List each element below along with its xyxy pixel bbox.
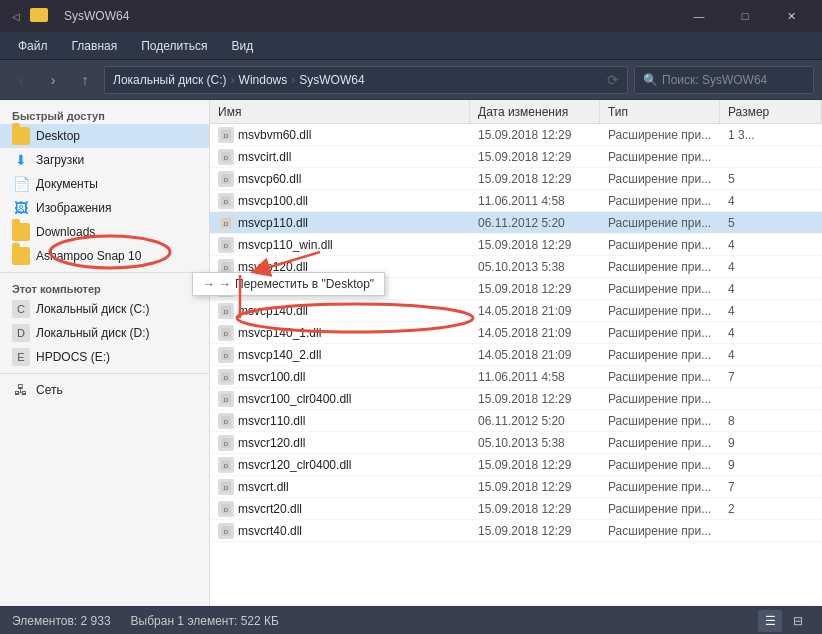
address-bar[interactable]: Локальный диск (C:) › Windows › SysWOW64… bbox=[104, 66, 628, 94]
table-row[interactable]: D msvcrt20.dll 15.09.2018 12:29 Расширен… bbox=[210, 498, 822, 520]
table-row[interactable]: D msvcr120_clr0400.dll 15.09.2018 12:29 … bbox=[210, 454, 822, 476]
file-type: Расширение при... bbox=[600, 128, 720, 142]
titlebar-title: SysWOW64 bbox=[64, 9, 676, 23]
file-name: D msvcp60.dll bbox=[210, 171, 470, 187]
table-row[interactable]: D msvcirt.dll 15.09.2018 12:29 Расширени… bbox=[210, 146, 822, 168]
titlebar-icons: ◁ bbox=[8, 8, 54, 24]
dll-icon: D bbox=[218, 171, 234, 187]
sidebar-item-images[interactable]: 🖼 Изображения bbox=[0, 196, 209, 220]
table-row[interactable]: D msvcrt40.dll 15.09.2018 12:29 Расширен… bbox=[210, 520, 822, 542]
breadcrumb-c: Локальный диск (C:) bbox=[113, 73, 227, 87]
quick-access-header[interactable]: Быстрый доступ bbox=[0, 104, 209, 124]
file-name: D msvcr120.dll bbox=[210, 435, 470, 451]
ashampoo-folder-icon bbox=[12, 247, 30, 265]
dll-icon: D bbox=[218, 325, 234, 341]
main-content: Быстрый доступ Desktop ⬇ Загрузки 📄 Доку… bbox=[0, 100, 822, 606]
forward-button[interactable]: › bbox=[40, 67, 66, 93]
details-view-button[interactable]: ☰ bbox=[758, 610, 782, 632]
file-date: 06.11.2012 5:20 bbox=[470, 414, 600, 428]
dll-icon: D bbox=[218, 435, 234, 451]
svg-text:D: D bbox=[224, 155, 229, 161]
file-name: D msvcp100.dll bbox=[210, 193, 470, 209]
svg-text:D: D bbox=[224, 485, 229, 491]
menu-file[interactable]: Файл bbox=[8, 35, 58, 57]
sidebar-item-e-drive[interactable]: E HPDOCS (E:) bbox=[0, 345, 209, 369]
table-row[interactable]: D msvcp140.dll 14.05.2018 21:09 Расширен… bbox=[210, 300, 822, 322]
svg-text:D: D bbox=[224, 177, 229, 183]
sidebar-item-downloads2[interactable]: Downloads bbox=[0, 220, 209, 244]
table-row[interactable]: D msvcr100_clr0400.dll 15.09.2018 12:29 … bbox=[210, 388, 822, 410]
file-type: Расширение при... bbox=[600, 304, 720, 318]
table-row[interactable]: D msvcp140_1.dll 14.05.2018 21:09 Расшир… bbox=[210, 322, 822, 344]
file-type: Расширение при... bbox=[600, 524, 720, 538]
up-button[interactable]: ↑ bbox=[72, 67, 98, 93]
col-type-header[interactable]: Тип bbox=[600, 100, 720, 123]
sidebar-item-documents-label: Документы bbox=[36, 177, 197, 191]
file-name: D msvcp140_1.dll bbox=[210, 325, 470, 341]
sidebar-item-downloads2-label: Downloads bbox=[36, 225, 197, 239]
table-row[interactable]: D msvcp100.dll 11.06.2011 4:58 Расширени… bbox=[210, 190, 822, 212]
search-bar[interactable]: 🔍 Поиск: SysWOW64 bbox=[634, 66, 814, 94]
file-type: Расширение при... bbox=[600, 348, 720, 362]
file-list: D msvbvm60.dll 15.09.2018 12:29 Расширен… bbox=[210, 124, 822, 606]
this-pc-header[interactable]: Этот компьютер bbox=[0, 277, 209, 297]
refresh-icon[interactable]: ⟳ bbox=[607, 72, 619, 88]
file-size: 4 bbox=[720, 260, 822, 274]
col-date-header[interactable]: Дата изменения bbox=[470, 100, 600, 123]
dll-icon: D bbox=[218, 215, 234, 231]
table-row[interactable]: D msvbvm60.dll 15.09.2018 12:29 Расширен… bbox=[210, 124, 822, 146]
table-row[interactable]: D msvcrt.dll 15.09.2018 12:29 Расширение… bbox=[210, 476, 822, 498]
table-row[interactable]: D msvcp60.dll 15.09.2018 12:29 Расширени… bbox=[210, 168, 822, 190]
table-row[interactable]: D msvcp140_2.dll 14.05.2018 21:09 Расшир… bbox=[210, 344, 822, 366]
dll-icon: D bbox=[218, 479, 234, 495]
sidebar-item-downloads[interactable]: ⬇ Загрузки bbox=[0, 148, 209, 172]
move-arrow-icon: → bbox=[219, 277, 231, 291]
table-row[interactable]: D msvcp110.dll 06.11.2012 5:20 Расширени… bbox=[210, 212, 822, 234]
sidebar-item-d-drive[interactable]: D Локальный диск (D:) bbox=[0, 321, 209, 345]
sidebar-item-documents[interactable]: 📄 Документы bbox=[0, 172, 209, 196]
back-button[interactable]: ‹ bbox=[8, 67, 34, 93]
file-type: Расширение при... bbox=[600, 392, 720, 406]
col-name-header[interactable]: Имя bbox=[210, 100, 470, 123]
sidebar-item-desktop[interactable]: Desktop bbox=[0, 124, 209, 148]
list-view-button[interactable]: ⊟ bbox=[786, 610, 810, 632]
close-button[interactable]: ✕ bbox=[768, 0, 814, 32]
file-name: D msvcp110_win.dll bbox=[210, 237, 470, 253]
svg-text:D: D bbox=[224, 309, 229, 315]
file-type: Расширение при... bbox=[600, 436, 720, 450]
maximize-button[interactable]: □ bbox=[722, 0, 768, 32]
sidebar-item-ashampoo[interactable]: Ashampoo Snap 10 bbox=[0, 244, 209, 268]
search-placeholder: Поиск: SysWOW64 bbox=[662, 73, 767, 87]
file-date: 15.09.2018 12:29 bbox=[470, 238, 600, 252]
table-row[interactable]: D msvcp110_win.dll 15.09.2018 12:29 Расш… bbox=[210, 234, 822, 256]
sidebar: Быстрый доступ Desktop ⬇ Загрузки 📄 Доку… bbox=[0, 100, 210, 606]
file-size: 4 bbox=[720, 304, 822, 318]
col-size-header[interactable]: Размер bbox=[720, 100, 822, 123]
selected-info: Выбран 1 элемент: 522 КБ bbox=[131, 614, 279, 628]
menu-view[interactable]: Вид bbox=[221, 35, 263, 57]
dll-icon: D bbox=[218, 369, 234, 385]
move-tooltip: → Переместить в "Desktop" bbox=[192, 272, 385, 296]
file-size: 5 bbox=[720, 172, 822, 186]
file-type: Расширение при... bbox=[600, 194, 720, 208]
table-row[interactable]: D msvcr120.dll 05.10.2013 5:38 Расширени… bbox=[210, 432, 822, 454]
file-name: D msvcr100_clr0400.dll bbox=[210, 391, 470, 407]
menu-home[interactable]: Главная bbox=[62, 35, 128, 57]
file-name: D msvcrt20.dll bbox=[210, 501, 470, 517]
dll-icon: D bbox=[218, 523, 234, 539]
file-date: 15.09.2018 12:29 bbox=[470, 282, 600, 296]
file-type: Расширение при... bbox=[600, 216, 720, 230]
menu-share[interactable]: Поделиться bbox=[131, 35, 217, 57]
minimize-button[interactable]: — bbox=[676, 0, 722, 32]
table-row[interactable]: D msvcr110.dll 06.11.2012 5:20 Расширени… bbox=[210, 410, 822, 432]
file-type: Расширение при... bbox=[600, 370, 720, 384]
sidebar-item-desktop-label: Desktop bbox=[36, 129, 197, 143]
dll-icon: D bbox=[218, 347, 234, 363]
file-type: Расширение при... bbox=[600, 502, 720, 516]
svg-text:D: D bbox=[224, 133, 229, 139]
table-row[interactable]: D msvcr100.dll 11.06.2011 4:58 Расширени… bbox=[210, 366, 822, 388]
sidebar-item-ashampoo-label: Ashampoo Snap 10 bbox=[36, 249, 197, 263]
sidebar-item-c-drive[interactable]: C Локальный диск (C:) bbox=[0, 297, 209, 321]
desktop-folder-icon bbox=[12, 127, 30, 145]
sidebar-item-network[interactable]: 🖧 Сеть bbox=[0, 378, 209, 402]
